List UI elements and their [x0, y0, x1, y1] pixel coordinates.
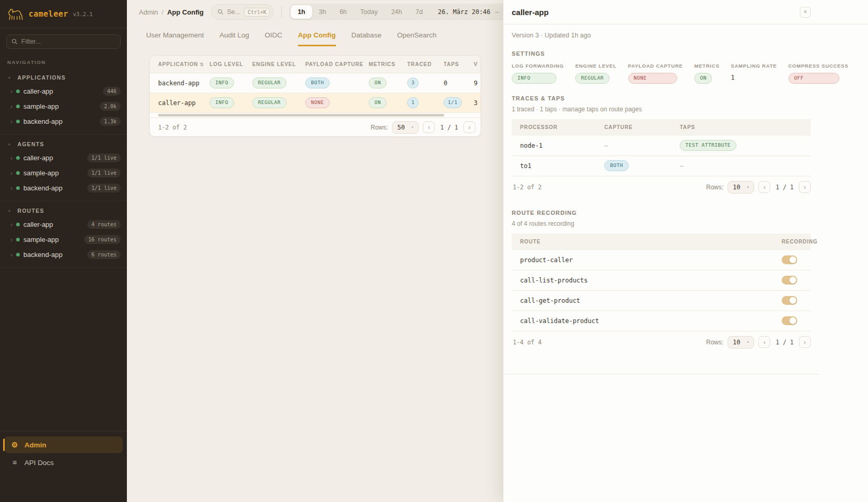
recording-toggle[interactable] [782, 255, 797, 264]
tab-user-management[interactable]: User Management [146, 31, 204, 46]
next-page-button[interactable]: › [799, 336, 811, 348]
column-payload-capture[interactable]: PAYLOAD CAPTURE [305, 61, 369, 67]
table-row-caller-app[interactable]: caller-app INFO REGULAR NONE ON 1 1/1 3 [150, 93, 481, 113]
route-row-product-caller[interactable]: product-caller [512, 250, 811, 271]
tab-audit-log[interactable]: Audit Log [219, 31, 249, 46]
status-dot-icon [16, 89, 20, 93]
time-range-24h[interactable]: 24h [384, 5, 409, 19]
group-label: ROUTES [18, 208, 45, 214]
sidebar-item-applications-caller-app[interactable]: › caller-app 446 [0, 84, 127, 99]
column-application[interactable]: APPLICATION⇅ [150, 61, 210, 67]
traced-badge: 3 [407, 78, 419, 88]
sidebar-item-agents-caller-app[interactable]: › caller-app 1/1 live [0, 150, 127, 165]
route-row-call-get-product[interactable]: call-get-product [512, 291, 811, 311]
group-header[interactable]: ▾ AGENTS [0, 138, 127, 150]
chevron-right-icon: › [10, 88, 12, 95]
sidebar-item-routes-sample-app[interactable]: › sample-app 16 routes [0, 232, 127, 247]
sidebar-item-applications-backend-app[interactable]: › backend-app 1.3k [0, 114, 127, 129]
item-label: sample-app [23, 169, 59, 177]
column-metrics[interactable]: METRICS [369, 61, 407, 67]
metrics-badge: ON [369, 97, 386, 108]
group-label: AGENTS [18, 141, 45, 147]
taps-badge: 1/1 [444, 97, 462, 108]
item-badge: 1/1 live [87, 184, 121, 192]
page-indicator: 1 / 1 [774, 184, 795, 191]
next-page-button[interactable]: › [799, 181, 811, 193]
breadcrumb-parent[interactable]: Admin [139, 8, 158, 16]
time-range-3h[interactable]: 3h [312, 5, 333, 19]
traces-subtitle: 1 traced · 1 taps · manage taps on route… [512, 106, 811, 113]
column-recording: RECORDING [782, 239, 811, 244]
rows-per-page-select[interactable]: 10 ▾ [728, 336, 754, 349]
status-dot-icon [16, 186, 20, 190]
app-version: v3.2.1 [73, 11, 93, 17]
item-badge: 2.0k [100, 102, 121, 111]
time-range-today[interactable]: Today [354, 5, 384, 19]
caret-down-icon: ▾ [747, 340, 749, 344]
time-range-group: 1h 3h 6h Today 24h 7d 26. März 20:46 — n… [289, 4, 524, 20]
sidebar-item-agents-sample-app[interactable]: › sample-app 1/1 live [0, 165, 127, 181]
field-payload-capture: PAYLOAD CAPTURE NONE [628, 63, 683, 84]
routes-header-row: ROUTE RECORDING [512, 234, 811, 250]
tab-opensearch[interactable]: OpenSearch [397, 31, 436, 46]
sidebar-footer: ⚙ Admin ≡ API Docs [0, 431, 127, 502]
chevron-right-icon: › [10, 170, 12, 176]
filter-input[interactable] [21, 38, 115, 45]
global-search[interactable]: Se... Ctrl+K [211, 4, 275, 20]
group-header[interactable]: ▾ APPLICATIONS [0, 71, 127, 84]
prev-page-button[interactable]: ‹ [758, 181, 770, 193]
rows-per-page-select[interactable]: 50 ▾ [392, 121, 419, 134]
rows-per-page-select[interactable]: 10 ▾ [728, 181, 754, 194]
column-engine-level[interactable]: ENGINE LEVEL [252, 61, 305, 67]
tab-database[interactable]: Database [352, 31, 382, 46]
time-range-1h[interactable]: 1h [291, 5, 312, 19]
route-row-call-validate-product[interactable]: call-validate-product [512, 311, 811, 331]
chevron-right-icon: › [10, 104, 12, 110]
time-range-6h[interactable]: 6h [333, 5, 354, 19]
tab-app-config[interactable]: App Config [298, 31, 336, 46]
engine-level-badge: REGULAR [252, 97, 287, 108]
tab-oidc[interactable]: OIDC [265, 31, 282, 46]
settings-fields: LOG FORWARDING INFO ENGINE LEVEL REGULAR… [512, 63, 811, 84]
table-footer: 1-2 of 2 Rows: 50 ▾ ‹ 1 / 1 › [150, 118, 481, 136]
row-range-text: 1-2 of 2 [158, 124, 187, 131]
rows-per-page-label: Rows: [706, 339, 723, 346]
column-log-level[interactable]: LOG LEVEL [210, 61, 252, 67]
topbar-divider [281, 6, 282, 18]
prev-page-button[interactable]: ‹ [758, 336, 770, 348]
page-indicator: 1 / 1 [439, 124, 459, 131]
app-config-table: APPLICATION⇅ LOG LEVEL ENGINE LEVEL PAYL… [149, 55, 481, 137]
nav-group-routes: ▾ ROUTES › caller-app 4 routes › sample-… [0, 201, 127, 268]
sidebar-item-agents-backend-app[interactable]: › backend-app 1/1 live [0, 181, 127, 196]
group-header[interactable]: ▾ ROUTES [0, 204, 127, 217]
item-label: sample-app [23, 236, 59, 243]
trace-row-to1[interactable]: to1 BOTH — [512, 156, 811, 176]
camel-logo-icon [7, 7, 24, 21]
column-taps[interactable]: TAPS [444, 61, 474, 67]
close-icon[interactable]: × [800, 7, 811, 18]
recording-toggle[interactable] [782, 316, 797, 325]
prev-page-button[interactable]: ‹ [423, 121, 435, 133]
sidebar-item-api-docs[interactable]: ≡ API Docs [4, 454, 123, 471]
horizontal-scrollbar[interactable] [158, 114, 444, 117]
route-row-call-list-products[interactable]: call-list-products [512, 271, 811, 291]
sidebar-item-routes-backend-app[interactable]: › backend-app 6 routes [0, 247, 127, 262]
field-metrics: METRICS ON [694, 63, 719, 84]
time-range-7d[interactable]: 7d [409, 5, 430, 19]
trace-row-node-1[interactable]: node-1 — TEST ATTRIBUTE [512, 136, 811, 156]
traced-badge: 1 [407, 97, 419, 108]
sidebar-item-routes-caller-app[interactable]: › caller-app 4 routes [0, 217, 127, 232]
nav-group-applications: ▾ APPLICATIONS › caller-app 446 › sample… [0, 68, 127, 135]
capture-value: — [604, 142, 680, 149]
sidebar-item-admin[interactable]: ⚙ Admin [4, 436, 123, 453]
column-traced[interactable]: TRACED [407, 61, 444, 67]
sidebar-item-applications-sample-app[interactable]: › sample-app 2.0k [0, 99, 127, 114]
recording-toggle[interactable] [782, 276, 797, 285]
sidebar-filter[interactable] [6, 34, 121, 49]
caret-down-icon: ▾ [747, 185, 749, 189]
column-version[interactable]: V [474, 61, 481, 67]
table-row-backend-app[interactable]: backend-app INFO REGULAR BOTH ON 3 0 9 [150, 73, 481, 93]
recording-toggle[interactable] [782, 296, 797, 305]
route-name: call-validate-product [512, 317, 782, 325]
next-page-button[interactable]: › [463, 121, 475, 133]
